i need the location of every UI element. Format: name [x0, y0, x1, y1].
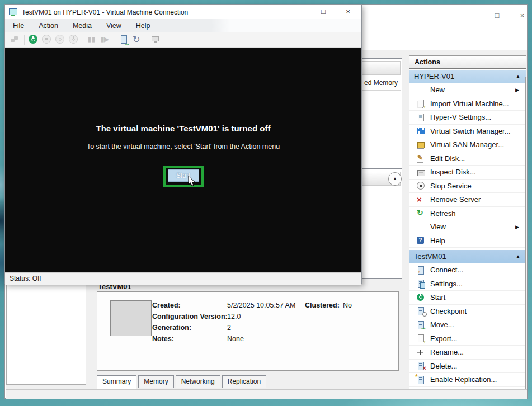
- summary-fields: Created:5/2/2025 10:05:57 AMConfiguratio…: [152, 301, 320, 346]
- action-start[interactable]: Start: [409, 291, 526, 305]
- summary-field-generation: Generation:2: [152, 324, 320, 335]
- action-new[interactable]: New▶: [409, 83, 526, 97]
- vm-menu-bar: FileActionMediaViewHelp: [5, 19, 361, 32]
- action-move[interactable]: →Move...: [409, 318, 526, 332]
- action-label: Virtual Switch Manager...: [430, 127, 511, 135]
- start-button[interactable]: [27, 34, 40, 46]
- action-enable-replication[interactable]: *Enable Replication...: [409, 373, 526, 387]
- import-vm-icon: →: [416, 99, 426, 108]
- field-value: None: [227, 335, 244, 343]
- action-label: Delete...: [430, 362, 457, 370]
- close-icon[interactable]: ×: [336, 6, 360, 17]
- toolbar-separator: [115, 35, 115, 45]
- start-icon: [416, 293, 426, 302]
- assigned-memory-column-header[interactable]: ed Memory: [364, 79, 398, 87]
- action-refresh[interactable]: ↻Refresh: [409, 207, 526, 221]
- vm-summary-panel: TestVM01 Created:5/2/2025 10:05:57 AMCon…: [95, 281, 402, 390]
- tab-networking[interactable]: Networking: [176, 375, 220, 388]
- menu-media[interactable]: Media: [73, 22, 92, 30]
- action-label: New: [430, 86, 445, 94]
- maximize-icon[interactable]: □: [484, 10, 510, 21]
- toolbar-separator: [147, 35, 147, 45]
- save-button: [68, 34, 80, 46]
- group-header-label: TestVM01: [414, 252, 446, 261]
- tab-replication[interactable]: Replication: [222, 375, 266, 388]
- vm-window-title: TestVM01 on HYPER-V01 - Virtual Machine …: [22, 8, 188, 16]
- status-bar-divider: [481, 391, 481, 398]
- collapse-panel-button[interactable]: ▲: [388, 172, 402, 186]
- refresh-icon: ↻: [416, 209, 426, 218]
- checkpoint-button[interactable]: →: [118, 34, 130, 46]
- menu-help[interactable]: Help: [136, 22, 150, 30]
- resume-button: ▮▶: [100, 34, 112, 46]
- vm-connection-window: TestVM01 on HYPER-V01 - Virtual Machine …: [4, 4, 362, 284]
- action-remove-server[interactable]: ×Remove Server: [409, 193, 526, 207]
- move-icon: →: [416, 320, 426, 329]
- toolbar-separator: [83, 35, 83, 45]
- action-label: Export...: [430, 334, 457, 343]
- action-virtual-switch-manager[interactable]: Virtual Switch Manager...: [409, 125, 526, 139]
- field-value: 2: [227, 324, 231, 332]
- action-label: View: [430, 223, 446, 231]
- actions-panel: Actions HYPER-V01▲New▶→Import Virtual Ma…: [409, 55, 526, 394]
- action-label: Import Virtual Machine...: [430, 100, 509, 108]
- action-import-virtual-machine[interactable]: →Import Virtual Machine...: [409, 97, 526, 111]
- field-label: Created:: [152, 301, 181, 309]
- turn-off-button: [41, 34, 53, 46]
- group-header-label: HYPER-V01: [414, 72, 454, 81]
- hyperv-settings-icon: [416, 113, 426, 122]
- status-bar-divider: [406, 391, 406, 398]
- virtual-san-icon: [416, 140, 426, 149]
- actions-group-header-hyper-v01[interactable]: HYPER-V01▲: [409, 70, 526, 83]
- shut-down-button: [54, 34, 67, 46]
- maximize-icon[interactable]: □: [311, 6, 336, 17]
- action-connect[interactable]: →Connect...: [409, 263, 526, 277]
- action-label: Virtual SAN Manager...: [430, 140, 504, 149]
- summary-field-created: Created:5/2/2025 10:05:57 AM: [152, 301, 320, 313]
- action-stop-service[interactable]: Stop Service: [409, 180, 526, 193]
- enable-replication-icon: *: [416, 375, 426, 384]
- mouse-cursor: [188, 176, 197, 187]
- action-rename[interactable]: Rename...: [409, 346, 526, 360]
- action-delete[interactable]: ×Delete...: [409, 360, 526, 374]
- action-label: Edit Disk...: [430, 154, 465, 163]
- action-label: Stop Service: [430, 182, 472, 190]
- action-label: Rename...: [430, 348, 464, 356]
- clustered-value: No: [343, 301, 352, 309]
- tab-memory[interactable]: Memory: [138, 375, 173, 388]
- field-label: Generation:: [152, 324, 191, 332]
- field-value: 12.0: [227, 313, 241, 320]
- action-label: Help: [430, 237, 445, 245]
- action-virtual-san-manager[interactable]: Virtual SAN Manager...: [409, 138, 526, 152]
- menu-action[interactable]: Action: [39, 22, 58, 30]
- close-icon[interactable]: ×: [510, 10, 532, 21]
- action-hyper-v-settings[interactable]: Hyper-V Settings...: [409, 111, 526, 125]
- pane-splitter[interactable]: [406, 55, 406, 394]
- action-label: Checkpoint: [430, 307, 467, 315]
- edit-disk-icon: ✎: [416, 154, 426, 163]
- action-view[interactable]: View▶: [409, 220, 526, 234]
- minimize-icon[interactable]: –: [286, 6, 311, 17]
- actions-group-header-testvm01[interactable]: TestVM01▲: [409, 250, 526, 263]
- minimize-icon[interactable]: –: [459, 10, 484, 21]
- action-export[interactable]: →Export...: [409, 332, 526, 346]
- vm-connection-icon: [9, 8, 18, 16]
- connect-icon: →: [416, 266, 426, 275]
- vm-window-controls: – □ ×: [286, 6, 360, 17]
- vm-status-bar: Status: Off: [5, 272, 361, 285]
- action-help[interactable]: ?Help: [409, 234, 526, 248]
- action-label: Remove Server: [430, 195, 481, 204]
- desktop: – □ × ed Memory ▲ TestVM01 Created:5/2/2…: [0, 0, 532, 406]
- submenu-arrow-icon: ▶: [515, 224, 519, 230]
- action-edit-disk[interactable]: ✎Edit Disk...: [409, 152, 526, 166]
- vm-window-titlebar: TestVM01 on HYPER-V01 - Virtual Machine …: [5, 5, 361, 19]
- menu-view[interactable]: View: [106, 22, 121, 30]
- toolbar-separator: [24, 35, 25, 45]
- action-settings[interactable]: Settings...: [409, 277, 526, 291]
- action-checkpoint[interactable]: Checkpoint: [409, 305, 526, 319]
- actions-scrollbar[interactable]: [525, 77, 526, 390]
- menu-file[interactable]: File: [13, 22, 24, 30]
- tab-summary[interactable]: Summary: [97, 375, 136, 389]
- action-inspect-disk[interactable]: Inspect Disk...: [409, 166, 526, 180]
- vm-start-hint: To start the virtual machine, select 'St…: [5, 143, 361, 150]
